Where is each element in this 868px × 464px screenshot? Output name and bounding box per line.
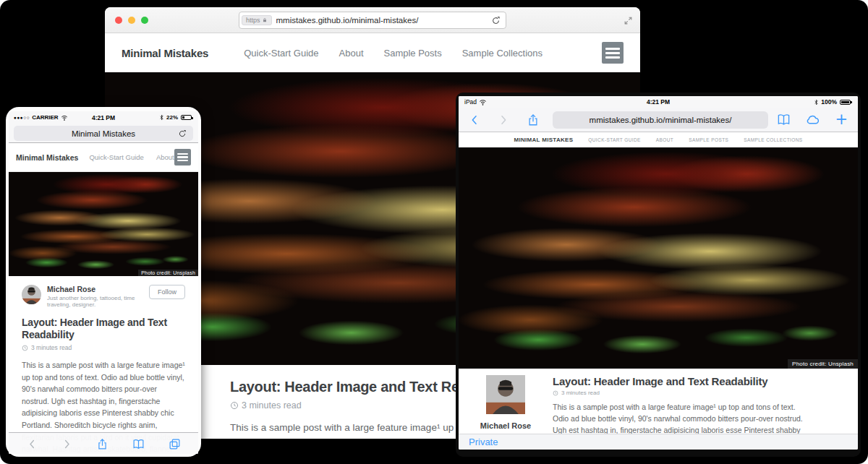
site-nav-links: Quick-Start Guide About	[89, 153, 174, 161]
nav-link-about[interactable]: About	[156, 153, 174, 161]
author-profile: Michael Rose Just another boring, tattoo…	[459, 375, 553, 434]
status-right: 100%	[813, 98, 852, 106]
author-bio: Just another boring, tattooed, time trav…	[47, 295, 143, 308]
author-profile: Michael Rose Just another boring, tattoo…	[22, 285, 185, 308]
post-content: Michael Rose Just another boring, tattoo…	[9, 276, 198, 454]
clock-icon	[22, 345, 28, 351]
feature-image-leaves: Photo credit: Unsplash	[459, 147, 858, 369]
battery-icon	[840, 100, 851, 105]
scheme-label: https	[246, 17, 260, 24]
back-button[interactable]	[469, 113, 480, 126]
share-icon	[527, 113, 540, 126]
address-bar[interactable]: https mmistakes.github.io/minimal-mistak…	[239, 12, 506, 29]
reload-button[interactable]	[173, 126, 192, 141]
bluetooth-icon	[813, 99, 820, 106]
nav-link-quick-start[interactable]: Quick-Start Guide	[89, 153, 144, 161]
post-content: Michael Rose Just another boring, tattoo…	[459, 369, 858, 434]
toolbar-right-icons: +	[777, 112, 848, 127]
site-masthead: Minimal Mistakes Quick-Start Guide About…	[105, 33, 640, 72]
share-icon	[96, 438, 109, 450]
url-text: mmistakes.github.io/minimal-mistakes/	[276, 16, 486, 25]
bookmarks-button[interactable]	[132, 437, 145, 450]
chevron-left-icon	[27, 439, 38, 450]
tabs-button[interactable]	[169, 437, 181, 450]
menu-toggle-button[interactable]	[174, 149, 191, 166]
status-time: 4:21 PM	[459, 98, 858, 106]
fullscreen-button[interactable]	[624, 14, 633, 27]
burger-bar	[177, 156, 188, 158]
address-field[interactable]: mmistakes.github.io/minimal-mistakes/	[553, 111, 768, 129]
forward-button[interactable]	[498, 113, 509, 126]
new-tab-button[interactable]: +	[835, 112, 848, 127]
battery-percent: 22%	[166, 114, 178, 121]
iphone-address-field[interactable]: Minimal Mistakes	[14, 126, 193, 141]
read-time: 3 minutes read	[561, 390, 600, 396]
window-controls	[115, 17, 148, 24]
reader-button[interactable]	[777, 113, 791, 126]
post-meta: 3 minutes read	[553, 390, 813, 396]
forward-button[interactable]	[61, 437, 72, 450]
menu-toggle-button[interactable]	[602, 42, 624, 64]
nav-link-quick-start[interactable]: QUICK-START GUIDE	[588, 137, 641, 142]
minimize-window-button[interactable]	[128, 17, 135, 24]
site-title-link[interactable]: Minimal Mistakes	[16, 153, 78, 162]
tabs-icon	[169, 438, 181, 450]
private-button[interactable]: Private	[469, 437, 498, 447]
burger-bar	[605, 52, 620, 54]
post-title: Layout: Header Image and Text Readabilit…	[22, 317, 190, 340]
avatar	[22, 285, 41, 304]
avatar-photo	[22, 285, 41, 304]
nav-link-quick-start[interactable]: Quick-Start Guide	[244, 48, 318, 59]
ipad-status-bar: iPad 4:21 PM 100%	[459, 96, 858, 108]
burger-bar	[605, 56, 620, 59]
chevron-right-icon	[61, 439, 72, 450]
back-button[interactable]	[27, 437, 38, 450]
iphone-status-bar: ●●●○○ CARRIER 4:21 PM 22%	[9, 111, 198, 124]
ipad-screen: iPad 4:21 PM 100% mmistakes.github.io/mi…	[459, 96, 858, 450]
nav-link-about[interactable]: About	[339, 48, 364, 59]
burger-bar	[605, 48, 620, 50]
site-masthead: Minimal Mistakes Quick-Start Guide About	[9, 143, 198, 172]
safari-bottom-toolbar	[9, 432, 198, 454]
author-name: Michael Rose	[459, 421, 553, 430]
lock-icon	[262, 17, 268, 23]
author-name: Michael Rose	[47, 285, 143, 293]
post-title: Layout: Header Image and Text Readabilit…	[553, 375, 813, 387]
ipad-device: iPad 4:21 PM 100% mmistakes.github.io/mi…	[456, 93, 861, 457]
desktop-browser-chrome: https mmistakes.github.io/minimal-mistak…	[105, 7, 640, 33]
follow-button[interactable]: Follow	[149, 285, 185, 299]
burger-bar	[177, 153, 188, 155]
read-time: 3 minutes read	[31, 344, 72, 351]
reload-button[interactable]	[486, 16, 506, 25]
composite-canvas: https mmistakes.github.io/minimal-mistak…	[0, 0, 868, 464]
site-title-link[interactable]: MINIMAL MISTAKES	[514, 137, 573, 143]
cloud-icon	[805, 112, 820, 127]
icloud-tabs-button[interactable]	[805, 112, 820, 127]
nav-link-sample-posts[interactable]: Sample Posts	[384, 48, 442, 59]
private-browsing-bar: Private	[459, 434, 858, 450]
share-button[interactable]	[527, 113, 540, 126]
post-main: Layout: Header Image and Text Readabilit…	[553, 375, 858, 434]
post-meta: 3 minutes read	[22, 344, 185, 351]
nav-link-about[interactable]: ABOUT	[656, 137, 673, 142]
reload-icon	[178, 129, 187, 138]
close-window-button[interactable]	[115, 17, 122, 24]
avatar-photo	[486, 404, 525, 414]
nav-link-sample-posts[interactable]: SAMPLE POSTS	[689, 137, 728, 142]
site-nav-links: Quick-Start Guide About Sample Posts Sam…	[244, 48, 542, 59]
avatar	[486, 404, 525, 416]
share-button[interactable]	[96, 437, 109, 450]
feature-image-leaves: Photo credit: Unsplash	[9, 172, 198, 276]
chevron-left-icon	[469, 114, 480, 126]
safari-toolbar: mmistakes.github.io/minimal-mistakes/ +	[459, 108, 858, 132]
nav-link-sample-collections[interactable]: SAMPLE COLLECTIONS	[744, 137, 802, 142]
page-title: Minimal Mistakes	[72, 129, 135, 138]
clock-icon	[230, 401, 239, 410]
zoom-window-button[interactable]	[141, 17, 148, 24]
clock-icon	[553, 390, 558, 396]
photo-credit-badge: Photo credit: Unsplash	[138, 270, 198, 276]
nav-link-sample-collections[interactable]: Sample Collections	[462, 48, 542, 59]
iphone-address-bar-area: Minimal Mistakes	[9, 124, 198, 143]
site-title-link[interactable]: Minimal Mistakes	[122, 47, 208, 59]
read-time: 3 minutes read	[242, 400, 302, 411]
